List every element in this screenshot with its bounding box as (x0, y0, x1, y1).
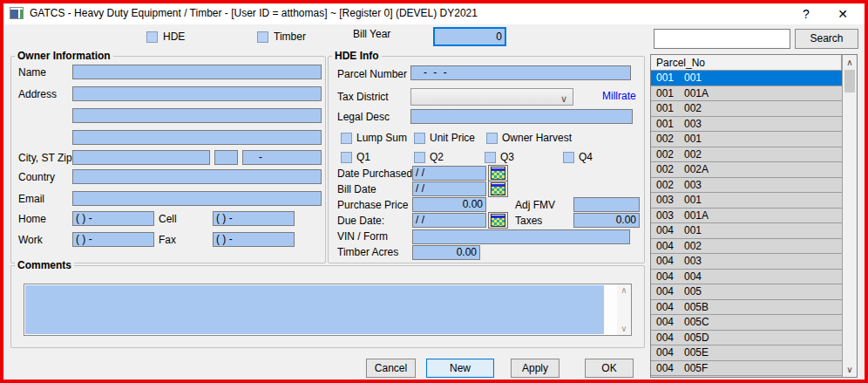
unit-price-checkbox[interactable] (414, 133, 425, 144)
close-icon[interactable]: ✕ (830, 5, 856, 23)
q1-checkbox[interactable] (341, 152, 352, 163)
help-button[interactable]: ? (793, 5, 819, 23)
owner-information-group: Owner Information Name Address City, ST … (10, 56, 326, 263)
parcel-row[interactable]: 004005 (651, 284, 842, 300)
comments-title: Comments (15, 259, 74, 271)
hde-checkbox[interactable] (146, 31, 158, 43)
purchase-price-label: Purchase Price (337, 199, 408, 211)
vin-form-input[interactable] (412, 229, 630, 244)
millrate-link[interactable]: Millrate (602, 90, 636, 102)
legal-desc-input[interactable] (410, 109, 633, 124)
parcel-row[interactable]: 002001 (651, 132, 842, 147)
scroll-down-icon[interactable]: ∨ (617, 323, 631, 335)
q3-checkbox[interactable] (485, 152, 496, 163)
q2-checkbox[interactable] (414, 152, 425, 163)
timber-acres-input[interactable]: 0.00 (412, 245, 480, 260)
parcel-row[interactable]: 004005G (651, 376, 842, 377)
bill-date-input[interactable]: / / (412, 181, 486, 196)
parcel-column-header[interactable]: Parcel_No (651, 55, 842, 71)
parcel-row-suffix: 001A (684, 209, 709, 222)
due-date-input[interactable]: / / (412, 213, 486, 228)
parcel-row-prefix: 003 (651, 193, 684, 207)
address-input-2[interactable] (72, 108, 322, 123)
purchase-price-input[interactable]: 0.00 (412, 197, 486, 212)
parcel-row-suffix: 001 (684, 72, 702, 84)
address-input-3[interactable] (72, 130, 322, 145)
scrollbar-thumb[interactable] (844, 70, 855, 92)
parcel-row[interactable]: 004004 (651, 270, 842, 285)
timber-checkbox[interactable] (257, 31, 268, 43)
q4-label: Q4 (579, 151, 593, 163)
owner-harvest-checkbox[interactable] (486, 133, 498, 144)
parcel-row[interactable]: 004003 (651, 254, 842, 270)
adj-fmv-input[interactable] (573, 197, 640, 212)
parcel-row[interactable]: 004005B (651, 300, 842, 316)
parcel-number-input[interactable]: - - - (410, 65, 631, 80)
lump-sum-checkbox[interactable] (341, 133, 352, 144)
cell-phone-input[interactable]: ( ) - (213, 211, 295, 226)
cancel-button[interactable]: Cancel (366, 359, 416, 378)
parcel-row[interactable]: 001003 (651, 117, 842, 133)
email-input[interactable] (72, 191, 322, 206)
parcel-row[interactable]: 004001 (651, 223, 842, 239)
parcel-row[interactable]: 004005C (651, 315, 842, 331)
calendar-icon[interactable] (488, 212, 508, 229)
parcel-list: 001001001001A001002001003002001002002002… (651, 71, 842, 377)
parcel-row[interactable]: 004005F (651, 361, 842, 377)
parcel-row-prefix: 004 (651, 345, 684, 359)
q2-label: Q2 (430, 151, 444, 163)
parcel-row[interactable]: 003001A (651, 209, 842, 224)
parcel-row[interactable]: 001001 (651, 71, 842, 86)
email-label: Email (18, 193, 44, 205)
window-title: GATCS - Heavy Duty Equipment / Timber - … (30, 7, 478, 19)
comments-group: Comments ∧ ∨ (10, 265, 645, 348)
parcel-row-prefix: 001 (651, 71, 684, 85)
city-input[interactable] (72, 150, 210, 165)
parcel-row[interactable]: 004005E (651, 345, 842, 361)
state-input[interactable] (214, 150, 238, 165)
vin-form-label: VIN / Form (337, 230, 388, 243)
address-input-1[interactable] (72, 86, 322, 101)
ok-button[interactable]: OK (585, 359, 634, 378)
country-input[interactable] (72, 169, 322, 184)
comments-textarea[interactable]: ∧ ∨ (24, 284, 632, 336)
parcel-row[interactable]: 002002 (651, 147, 842, 163)
search-input[interactable] (654, 29, 790, 49)
parcel-row-prefix: 004 (651, 361, 684, 375)
parcel-row[interactable]: 004002 (651, 239, 842, 255)
home-phone-input[interactable]: ( ) - (72, 211, 154, 226)
scroll-up-icon[interactable]: ∧ (843, 56, 857, 69)
fax-input[interactable]: ( ) - (213, 232, 295, 247)
parcel-row[interactable]: 004005D (651, 331, 842, 346)
search-button[interactable]: Search (795, 29, 858, 49)
tax-district-dropdown[interactable]: ∨ (410, 88, 573, 106)
parcel-row[interactable]: 001002 (651, 101, 842, 117)
grid-scrollbar[interactable]: ∧ ∨ (842, 55, 857, 377)
parcel-row-prefix: 004 (651, 315, 684, 329)
work-phone-input[interactable]: ( ) - (72, 232, 154, 247)
comments-text[interactable] (25, 285, 604, 334)
scroll-down-icon[interactable]: ∨ (843, 363, 857, 376)
name-input[interactable] (72, 65, 322, 79)
parcel-row[interactable]: 002003 (651, 178, 842, 194)
parcel-row[interactable]: 003001 (651, 193, 842, 209)
apply-button[interactable]: Apply (511, 359, 559, 378)
comments-scrollbar[interactable]: ∧ ∨ (617, 284, 631, 335)
bill-year-input[interactable]: 0 (433, 27, 506, 46)
parcel-row[interactable]: 001001A (651, 86, 842, 102)
date-purchased-input[interactable]: / / (412, 166, 486, 181)
parcel-row[interactable]: 002002A (651, 162, 842, 178)
cell-phone-label: Cell (159, 213, 177, 225)
timber-acres-label: Timber Acres (337, 246, 398, 258)
app-icon (10, 7, 24, 19)
calendar-icon[interactable] (488, 181, 508, 197)
new-button[interactable]: New (426, 359, 494, 378)
parcel-row-suffix: 005D (684, 332, 709, 344)
parcel-number-label: Parcel Number (337, 68, 407, 80)
scroll-up-icon[interactable]: ∧ (617, 284, 631, 297)
q4-checkbox[interactable] (563, 152, 574, 163)
taxes-input[interactable]: 0.00 (573, 213, 640, 228)
zip-input[interactable]: - (242, 150, 322, 165)
calendar-icon[interactable] (488, 165, 508, 181)
parcel-row-prefix: 001 (651, 117, 684, 131)
